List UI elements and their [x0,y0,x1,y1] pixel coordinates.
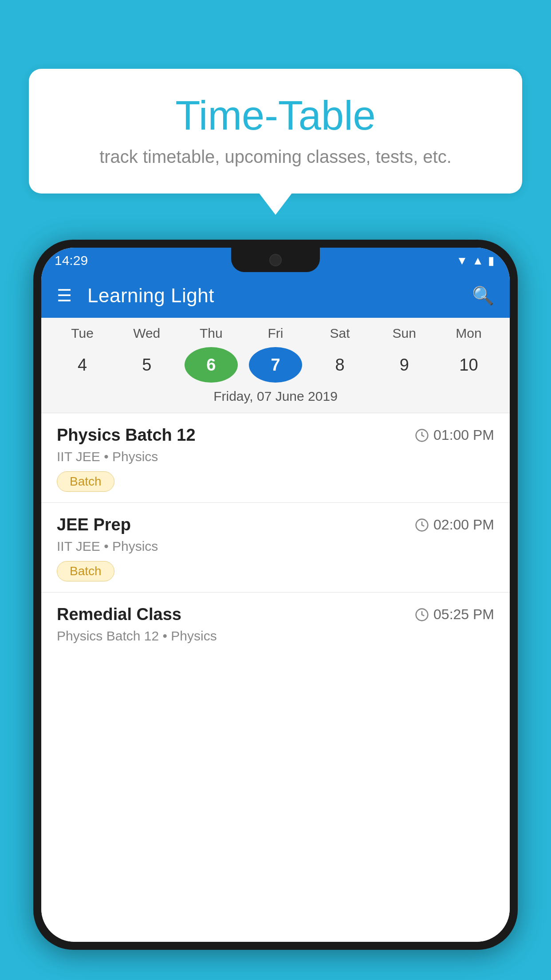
bubble-subtitle: track timetable, upcoming classes, tests… [55,147,496,167]
class-meta-3: Physics Batch 12 • Physics [57,628,494,644]
phone-inner: 14:29 ▼ ▲ ▮ ☰ Learning Light 🔍 [41,248,510,942]
status-icons: ▼ ▲ ▮ [457,254,494,268]
day-header-sat: Sat [313,326,366,341]
class-time-1: 01:00 PM [415,427,494,443]
camera [269,254,282,266]
class-meta-1: IIT JEE • Physics [57,449,494,464]
day-6-today[interactable]: 6 [185,347,238,383]
phone-notch [231,248,320,272]
class-item-jee-prep[interactable]: JEE Prep 02:00 PM IIT JEE • Physics Batc… [41,502,510,592]
day-header-tue: Tue [56,326,109,341]
day-numbers: 4 5 6 7 8 9 10 [41,347,510,383]
day-5[interactable]: 5 [120,347,173,383]
class-time-2: 02:00 PM [415,517,494,533]
class-time-value-2: 02:00 PM [433,517,494,533]
status-time: 14:29 [55,253,88,268]
day-headers: Tue Wed Thu Fri Sat Sun Mon [41,326,510,341]
phone-mockup: 14:29 ▼ ▲ ▮ ☰ Learning Light 🔍 [33,240,518,980]
selected-date-label: Friday, 07 June 2019 [41,383,510,408]
day-header-thu: Thu [185,326,238,341]
class-item-physics-batch-12[interactable]: Physics Batch 12 01:00 PM IIT JEE • Phys… [41,413,510,502]
batch-badge-1: Batch [57,471,114,492]
day-10[interactable]: 10 [442,347,495,383]
class-time-3: 05:25 PM [415,606,494,623]
class-header-3: Remedial Class 05:25 PM [57,605,494,624]
speech-bubble: Time-Table track timetable, upcoming cla… [29,69,522,194]
day-9[interactable]: 9 [378,347,431,383]
signal-icon: ▲ [472,254,484,268]
day-8[interactable]: 8 [313,347,366,383]
app-bar: ☰ Learning Light 🔍 [41,273,510,318]
day-header-fri: Fri [249,326,302,341]
day-header-mon: Mon [442,326,495,341]
class-name-1: Physics Batch 12 [57,426,196,445]
class-header-2: JEE Prep 02:00 PM [57,515,494,534]
class-time-value-1: 01:00 PM [433,427,494,443]
screen-content: 14:29 ▼ ▲ ▮ ☰ Learning Light 🔍 [41,248,510,942]
day-4[interactable]: 4 [56,347,109,383]
clock-icon-3 [415,608,429,622]
wifi-icon: ▼ [457,254,468,268]
clock-icon-2 [415,518,429,532]
day-header-sun: Sun [378,326,431,341]
day-header-wed: Wed [120,326,173,341]
batch-badge-2: Batch [57,561,114,581]
class-name-2: JEE Prep [57,515,131,534]
battery-icon: ▮ [488,254,494,268]
class-header-1: Physics Batch 12 01:00 PM [57,426,494,445]
app-title: Learning Light [87,285,457,307]
calendar-strip: Tue Wed Thu Fri Sat Sun Mon 4 5 6 [41,318,510,413]
class-name-3: Remedial Class [57,605,181,624]
class-item-remedial[interactable]: Remedial Class 05:25 PM Physics Batch 12… [41,592,510,661]
phone-screen: Tue Wed Thu Fri Sat Sun Mon 4 5 6 [41,318,510,942]
class-meta-2: IIT JEE • Physics [57,539,494,554]
class-time-value-3: 05:25 PM [433,606,494,623]
search-icon[interactable]: 🔍 [472,285,494,306]
day-7-selected[interactable]: 7 [249,347,302,383]
bubble-title: Time-Table [55,93,496,138]
menu-icon[interactable]: ☰ [57,287,72,304]
phone-outer: 14:29 ▼ ▲ ▮ ☰ Learning Light 🔍 [33,240,518,950]
clock-icon-1 [415,428,429,443]
